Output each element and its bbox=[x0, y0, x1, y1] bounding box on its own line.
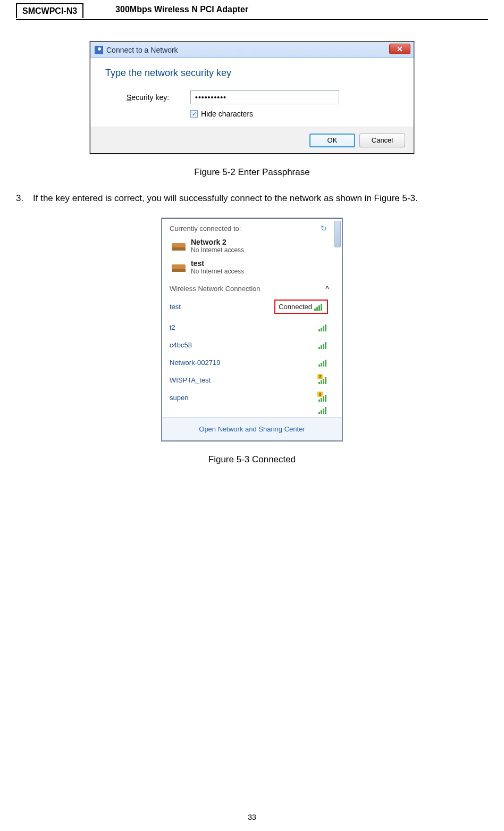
wifi-row-test[interactable]: test Connected bbox=[170, 295, 328, 319]
signal-bars-warn-icon bbox=[318, 377, 328, 384]
step-number: 3. bbox=[16, 189, 33, 207]
cancel-button[interactable]: Cancel bbox=[359, 134, 405, 147]
hide-characters-label: Hide characters bbox=[201, 110, 253, 118]
step-text: If the key entered is correct, you will … bbox=[33, 189, 488, 207]
figure-5-3-caption: Figure 5-3 Connected bbox=[16, 454, 488, 465]
close-button[interactable] bbox=[389, 44, 410, 54]
page-number: 33 bbox=[0, 813, 504, 821]
dialog-titlebar: Connect to a Network bbox=[90, 42, 414, 58]
dialog-heading: Type the network security key bbox=[105, 68, 399, 79]
connected-net-2-status: No Internet access bbox=[191, 268, 244, 275]
open-network-center-link[interactable]: Open Network and Sharing Center bbox=[162, 417, 342, 441]
wireless-section-label: Wireless Network Connection bbox=[170, 285, 261, 293]
wifi-name: Network-002719 bbox=[170, 359, 220, 367]
network-icon bbox=[95, 46, 103, 54]
signal-bars-icon bbox=[318, 406, 328, 414]
bench-icon bbox=[170, 261, 188, 273]
connect-network-dialog: Connect to a Network Type the network se… bbox=[90, 41, 414, 154]
figure-5-2-caption: Figure 5-2 Enter Passphrase bbox=[16, 167, 488, 178]
header-product: 300Mbps Wireless N PCI Adapter bbox=[115, 5, 248, 14]
refresh-icon[interactable]: ↻ bbox=[321, 224, 329, 232]
wifi-name: t2 bbox=[170, 323, 175, 331]
signal-bars-icon bbox=[314, 303, 324, 311]
connected-net-2-name: test bbox=[191, 259, 244, 268]
connected-net-1-status: No Internet access bbox=[191, 246, 244, 254]
security-key-label: Security key: bbox=[127, 93, 190, 102]
security-key-input[interactable] bbox=[190, 90, 339, 104]
wifi-name: WISPTA_test bbox=[170, 376, 211, 384]
wifi-row-network002719[interactable]: Network-002719 bbox=[170, 354, 328, 371]
signal-bars-icon bbox=[318, 324, 328, 331]
wifi-name: test bbox=[170, 303, 181, 311]
wifi-row-wispta[interactable]: WISPTA_test bbox=[170, 371, 328, 389]
wifi-name: supen bbox=[170, 394, 188, 402]
ok-button[interactable]: OK bbox=[309, 134, 355, 147]
signal-bars-icon bbox=[318, 342, 328, 349]
chevron-up-icon[interactable]: ^ bbox=[325, 285, 329, 293]
signal-bars-warn-icon bbox=[318, 394, 328, 402]
scroll-thumb[interactable] bbox=[334, 221, 341, 247]
wifi-row-partial bbox=[170, 406, 340, 414]
wifi-row-c4bc58[interactable]: c4bc58 bbox=[170, 336, 328, 354]
scrollbar[interactable] bbox=[333, 221, 341, 439]
network-flyout: Currently connected to: ↻ Network 2 No I… bbox=[162, 218, 342, 441]
flyout-header: Currently connected to: bbox=[170, 225, 241, 232]
wifi-row-supen[interactable]: supen bbox=[170, 389, 328, 406]
connected-net-1-name: Network 2 bbox=[191, 238, 244, 246]
header-model: SMCWPCI-N3 bbox=[16, 3, 83, 18]
close-icon bbox=[397, 46, 402, 52]
connected-badge: Connected bbox=[274, 300, 328, 314]
wifi-name: c4bc58 bbox=[170, 341, 192, 349]
signal-bars-icon bbox=[318, 359, 328, 367]
connected-label: Connected bbox=[279, 303, 312, 311]
bench-icon bbox=[170, 240, 188, 252]
hide-characters-checkbox[interactable]: ✓ bbox=[190, 110, 198, 118]
wifi-row-t2[interactable]: t2 bbox=[170, 319, 328, 336]
dialog-title: Connect to a Network bbox=[106, 46, 178, 54]
